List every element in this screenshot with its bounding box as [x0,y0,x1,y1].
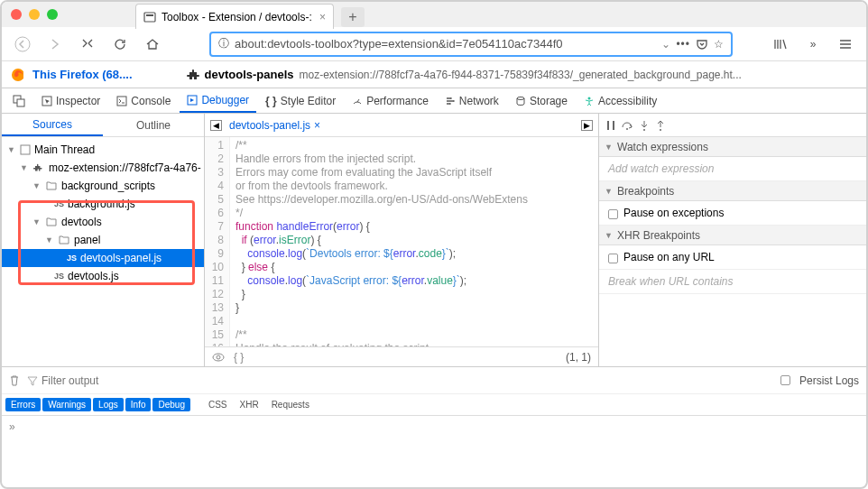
iframe-picker-icon[interactable] [5,89,32,113]
browser-tab[interactable]: Toolbox - Extension / devtools-: × [135,4,334,29]
console-input-line[interactable]: » [2,415,866,437]
library-icon[interactable] [769,32,792,56]
pause-button[interactable] [606,120,615,131]
debugger-right-pane: ▼Watch expressions Add watch expression … [599,114,866,366]
overflow-icon[interactable]: » [801,32,825,56]
tree-panel-folder[interactable]: ▼panel [2,231,204,249]
maximize-window-button[interactable] [47,9,58,20]
tool-storage[interactable]: Storage [508,89,575,113]
pause-on-exceptions[interactable]: Pause on exceptions [599,201,866,226]
dev-button[interactable] [76,32,99,56]
code-editor[interactable]: 123456789101112131415161718 /** Handle e… [205,137,598,346]
sources-tree: ▼Main Thread ▼moz-extension://788fcf7a-4… [2,137,204,366]
pause-on-any-url[interactable]: Pause on any URL [599,245,866,270]
close-window-button[interactable] [11,9,22,20]
code-content: /** Handle errors from the injected scri… [230,137,598,346]
bookmark-star-icon[interactable]: ☆ [714,38,724,51]
tree-bg-scripts-folder[interactable]: ▼background_scripts [2,177,204,195]
url-text: about:devtools-toolbox?type=extension&id… [235,37,656,51]
trash-icon[interactable] [9,374,20,387]
svg-rect-5 [17,99,24,106]
tool-console[interactable]: Console [109,89,178,113]
pill-warnings[interactable]: Warnings [42,398,91,411]
forward-button[interactable] [43,32,67,56]
cursor-position: (1, 1) [566,351,591,364]
persist-logs[interactable]: Persist Logs [780,374,859,387]
reload-button[interactable] [108,32,132,56]
browser-tab-title: Toolbox - Extension / devtools-: [162,11,314,23]
filter-icon [27,375,38,386]
svg-point-12 [213,354,224,361]
nav-toolbar: ⓘ about:devtools-toolbox?type=extension&… [2,27,866,61]
back-button[interactable] [11,32,34,56]
tool-inspector[interactable]: Inspector [34,89,107,113]
pill-xhr[interactable]: XHR [235,398,264,411]
tab-sources[interactable]: Sources [2,114,103,136]
svg-rect-0 [144,13,155,22]
tree-devtools-folder[interactable]: ▼devtools [2,213,204,231]
folder-icon [45,180,58,192]
pocket-icon[interactable] [696,38,708,51]
url-bar[interactable]: ⓘ about:devtools-toolbox?type=extension&… [209,32,733,57]
folder-icon [58,234,70,246]
breakpoints-section-header[interactable]: ▼Breakpoints [599,181,866,201]
console-filter-bar: Persist Logs [2,366,866,393]
tool-debugger[interactable]: Debugger [180,89,256,113]
tree-main-thread[interactable]: ▼Main Thread [2,141,204,159]
svg-rect-11 [21,145,30,154]
pill-debug[interactable]: Debug [152,398,189,411]
checkbox-icon[interactable] [780,375,790,385]
devtools-toolbar: Inspector Console Debugger { }Style Edit… [2,88,866,114]
pill-css[interactable]: CSS [203,398,233,411]
toggle-right-pane-icon[interactable]: ▶ [581,120,593,131]
close-tab-icon[interactable]: × [319,11,326,23]
info-icon[interactable]: ⓘ [218,36,229,51]
pill-requests[interactable]: Requests [266,398,315,411]
tab-outline[interactable]: Outline [103,114,204,136]
svg-point-16 [660,129,661,131]
chevron-down-icon[interactable]: ⌄ [661,38,670,51]
page-actions-icon[interactable]: ••• [676,38,690,51]
pill-errors[interactable]: Errors [5,398,41,411]
toggle-left-pane-icon[interactable]: ◀ [210,120,222,131]
tool-accessibility[interactable]: Accessibility [577,89,664,113]
tree-bg-js[interactable]: JSbackground.js [2,195,204,213]
extension-icon [187,69,199,81]
filter-input[interactable] [42,374,773,387]
watch-placeholder[interactable]: Add watch expression [608,162,714,175]
tool-network[interactable]: Network [438,89,506,113]
tool-style-editor[interactable]: { }Style Editor [258,89,343,113]
svg-point-13 [217,355,220,359]
watch-section-header[interactable]: ▼Watch expressions [599,137,866,157]
pill-info[interactable]: Info [125,398,152,411]
editor-tab[interactable]: devtools-panel.js× [229,119,320,132]
menu-icon[interactable] [834,32,857,56]
checkbox-icon[interactable] [608,209,618,219]
tree-extension-root[interactable]: ▼moz-extension://788fcf7a-4a76- [2,159,204,177]
checkbox-icon[interactable] [608,254,618,263]
tree-devtools-panel-js[interactable]: JSdevtools-panel.js [2,249,204,267]
home-button[interactable] [141,32,164,56]
watch-icon[interactable] [212,353,225,362]
extension-icon [32,161,45,174]
svg-point-2 [15,37,30,51]
svg-rect-7 [117,97,126,106]
close-editor-tab-icon[interactable]: × [314,119,320,132]
xhr-url-placeholder[interactable]: Break when URL contains [608,275,734,288]
prettify-icon[interactable]: { } [234,351,244,364]
xhr-breakpoints-header[interactable]: ▼XHR Breakpoints [599,226,866,245]
svg-point-9 [517,97,524,99]
step-out-button[interactable] [655,120,666,131]
tool-performance[interactable]: Performance [345,89,436,113]
svg-point-15 [643,129,645,131]
svg-point-14 [626,128,628,130]
step-over-button[interactable] [621,120,633,131]
new-tab-button[interactable]: + [341,7,365,27]
target-bar: This Firefox (68.... devtools-panels moz… [2,61,866,88]
console-filter-pills: Errors Warnings Logs Info Debug CSS XHR … [2,393,866,415]
tree-devtools-js[interactable]: JSdevtools.js [2,267,204,285]
this-firefox-label[interactable]: This Firefox (68.... [32,68,133,81]
pill-logs[interactable]: Logs [93,398,124,411]
minimize-window-button[interactable] [29,9,40,20]
step-in-button[interactable] [639,120,650,131]
